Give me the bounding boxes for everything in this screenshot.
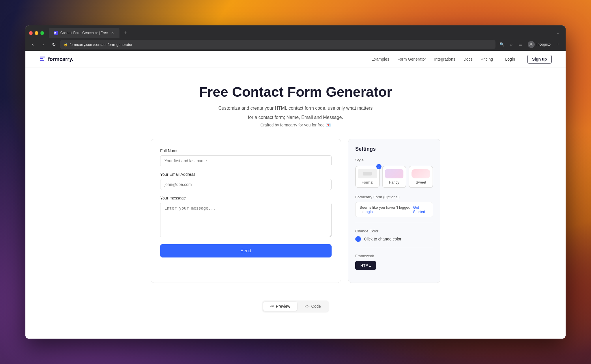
maximize-window-button[interactable] <box>40 31 44 35</box>
formcarry-row: Seems like you haven't logged in Login G… <box>355 202 433 217</box>
send-button[interactable]: Send <box>160 244 332 257</box>
nav-integrations[interactable]: Integrations <box>434 57 455 61</box>
forward-button[interactable]: › <box>39 40 47 48</box>
preview-tab-label: Preview <box>276 304 290 309</box>
back-button[interactable]: ‹ <box>29 40 37 48</box>
style-label-sweet: Sweet <box>416 180 426 184</box>
formcarry-login-link[interactable]: Login <box>364 210 373 214</box>
close-window-button[interactable] <box>29 31 33 35</box>
nav-examples[interactable]: Examples <box>371 57 389 61</box>
signup-button[interactable]: Sign up <box>527 55 552 64</box>
tab-title: Contact Form Generator | Free <box>60 31 108 35</box>
address-bar: ‹ › ↻ 🔒 formcarry.com/contact-form-gener… <box>25 38 566 51</box>
lock-icon: 🔒 <box>63 42 68 46</box>
hero-credit: Crafted by formcarry for you for free 💌 <box>39 123 552 127</box>
reload-button[interactable]: ↻ <box>50 40 58 48</box>
browser-tab-active[interactable]: F Contact Form Generator | Free ✕ <box>49 28 119 38</box>
nav-docs[interactable]: Docs <box>463 57 473 61</box>
traffic-lights <box>29 31 44 35</box>
bookmark-button[interactable]: ☆ <box>507 40 515 48</box>
tab-close-button[interactable]: ✕ <box>110 31 115 35</box>
form-label-name: Full Name <box>160 148 332 153</box>
formcarry-section: Formcarry Form (Optional) Seems like you… <box>355 195 433 223</box>
style-check-icon: ✓ <box>376 164 381 169</box>
svg-text:F: F <box>54 32 56 35</box>
form-label-email: Your Email Address <box>160 172 332 177</box>
style-preview-sweet <box>412 169 430 178</box>
incognito-button[interactable]: Incognito <box>525 40 553 49</box>
incognito-label: Incognito <box>536 42 551 46</box>
style-preview-fancy <box>385 169 404 178</box>
search-button[interactable]: 🔍 <box>498 40 506 48</box>
hero-subtitle-2: for a contact form; Name, Email and Mess… <box>39 114 552 121</box>
hero-section: Free Contact Form Generator Customize an… <box>25 68 566 139</box>
style-preview-formal <box>358 169 377 178</box>
style-option-formal[interactable]: ✓ Formal <box>355 166 380 188</box>
hero-title: Free Contact Form Generator <box>39 84 552 100</box>
form-input-name[interactable] <box>160 155 332 166</box>
svg-rect-6 <box>363 172 372 176</box>
page-content: formcarry. Examples Form Generator Integ… <box>25 51 566 339</box>
style-label-fancy: Fancy <box>389 180 399 184</box>
style-options: ✓ Formal Fancy Sweet <box>355 166 433 188</box>
browser-actions: 🔍 ☆ ▭ Incognito ⋮ <box>498 40 562 49</box>
logo-text: formcarry. <box>48 56 73 62</box>
nav-links: Examples Form Generator Integrations Doc… <box>371 55 552 64</box>
incognito-avatar <box>528 41 535 48</box>
svg-rect-3 <box>40 57 45 57</box>
tab-menu-button[interactable]: ⌄ <box>554 29 562 36</box>
framework-section: Framework HTML <box>355 254 433 270</box>
tab-bar: F Contact Form Generator | Free ✕ + ⌄ <box>25 25 566 38</box>
style-option-sweet[interactable]: Sweet <box>409 166 433 188</box>
logo-icon <box>39 55 46 63</box>
eye-icon: 👁 <box>270 304 274 309</box>
style-option-fancy[interactable]: Fancy <box>382 166 407 188</box>
framework-label: Framework <box>355 254 433 258</box>
color-swatch[interactable] <box>355 236 361 242</box>
formcarry-label: Formcarry Form (Optional) <box>355 195 433 199</box>
style-label-formal: Formal <box>362 180 373 184</box>
style-label: Style <box>355 158 433 162</box>
sidebar-button[interactable]: ▭ <box>516 40 524 48</box>
get-started-button[interactable]: Get Started <box>413 205 429 214</box>
logo[interactable]: formcarry. <box>39 55 73 63</box>
style-section: Style ✓ Formal Fancy <box>355 158 433 188</box>
color-label: Change Color <box>355 229 433 233</box>
code-icon: <> <box>305 304 310 309</box>
main-area: Full Name Your Email Address Your messag… <box>137 139 454 297</box>
navbar: formcarry. Examples Form Generator Integ… <box>25 51 566 68</box>
tab-preview[interactable]: 👁 Preview <box>263 302 297 311</box>
url-text: formcarry.com/contact-form-generator <box>70 42 132 47</box>
form-label-message: Your message <box>160 196 332 200</box>
hero-subtitle-1: Customize and create your HTML contact f… <box>39 104 552 112</box>
form-textarea-message[interactable] <box>160 203 332 237</box>
form-preview: Full Name Your Email Address Your messag… <box>151 139 341 283</box>
settings-panel: Settings Style ✓ Formal <box>348 139 440 283</box>
nav-form-generator[interactable]: Form Generator <box>397 57 426 61</box>
tab-favicon: F <box>53 31 58 35</box>
form-input-email[interactable] <box>160 179 332 190</box>
svg-rect-4 <box>40 58 43 59</box>
code-tab-label: Code <box>311 304 321 309</box>
color-row[interactable]: Click to change color <box>355 236 433 242</box>
color-section: Change Color Click to change color <box>355 229 433 248</box>
browser-chrome: F Contact Form Generator | Free ✕ + ⌄ ‹ … <box>25 25 566 51</box>
tab-code[interactable]: <> Code <box>298 302 328 311</box>
menu-button[interactable]: ⋮ <box>554 40 562 48</box>
browser-window: F Contact Form Generator | Free ✕ + ⌄ ‹ … <box>25 25 566 339</box>
nav-pricing[interactable]: Pricing <box>481 57 493 61</box>
formcarry-text: Seems like you haven't logged in Login <box>360 205 413 214</box>
form-field-message: Your message <box>160 196 332 238</box>
color-text: Click to change color <box>364 237 401 241</box>
form-field-email: Your Email Address <box>160 172 332 190</box>
svg-rect-5 <box>40 60 44 61</box>
settings-title: Settings <box>355 146 433 152</box>
login-button[interactable]: Login <box>501 55 519 63</box>
minimize-window-button[interactable] <box>35 31 38 35</box>
framework-html-button[interactable]: HTML <box>355 261 376 270</box>
form-field-name: Full Name <box>160 148 332 166</box>
new-tab-button[interactable]: + <box>122 29 130 37</box>
url-bar[interactable]: 🔒 formcarry.com/contact-form-generator <box>60 40 495 49</box>
